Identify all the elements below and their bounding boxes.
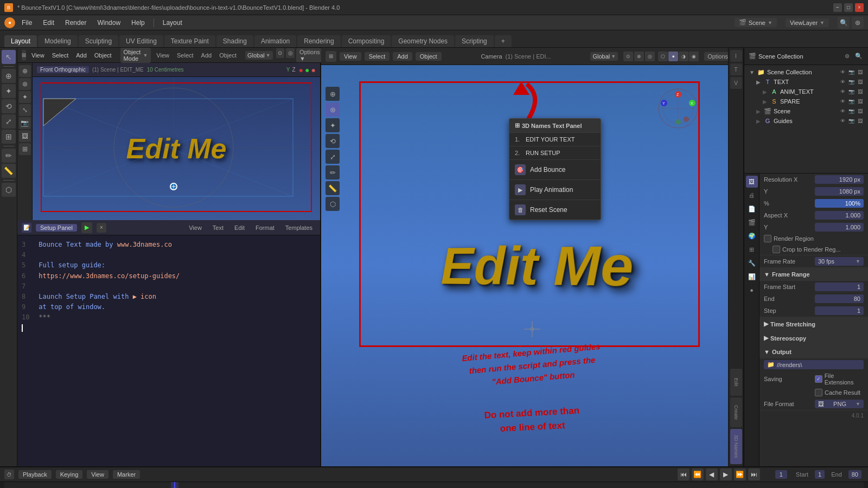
shading-rendered[interactable]: ◉ (689, 52, 699, 61)
timeline-marker-menu[interactable]: Marker (113, 470, 140, 479)
vtool-render[interactable]: 🖼 (19, 130, 31, 142)
vp-3dnames-icon[interactable]: 3D Names (730, 429, 742, 464)
vtool-move2[interactable]: ✦ (19, 91, 31, 103)
left-3d-viewport[interactable]: Front Orthographic (1) Scene | EDIT_ME 1… (33, 63, 320, 220)
minimize-button[interactable]: − (833, 3, 842, 12)
sc-scene-vis-eye[interactable]: 👁 (839, 107, 846, 115)
vp-item-icon[interactable]: I (730, 50, 742, 62)
tab-modeling[interactable]: Modeling (38, 35, 78, 47)
left-select-btn[interactable]: Select (175, 51, 196, 60)
next-frame-button[interactable]: ⏩ (734, 468, 746, 480)
sc-guides-item[interactable]: ▶ G Guides 👁 📷 🖼 (746, 116, 866, 126)
cache-result-checkbox[interactable] (815, 389, 822, 396)
proportional-edit-btn[interactable]: ◎ (286, 48, 295, 58)
center-proportional-btn[interactable]: ◎ (645, 52, 655, 61)
sc-root-item[interactable]: ▼ 📁 Scene Collection 👁 📷 🖼 (746, 67, 866, 77)
menu-item-window[interactable]: Window (93, 18, 125, 28)
sc-guides-vis-eye[interactable]: 👁 (839, 117, 846, 125)
menu-item-help[interactable]: Help (127, 18, 149, 28)
frame-start-value[interactable]: 1 (815, 282, 864, 291)
scene-selector[interactable]: 🎬Scene▼ (735, 18, 777, 27)
tool-add-cube[interactable]: ⬡ (2, 183, 16, 197)
cv-tool-compass[interactable]: ⊕ (326, 87, 340, 101)
file-extensions-checkbox[interactable]: ✓ (815, 375, 822, 383)
sc-text-vis-eye[interactable]: 👁 (839, 78, 846, 86)
sc-spare-vis-camera[interactable]: 📷 (847, 98, 855, 105)
jump-end-button[interactable]: ⏭ (748, 468, 760, 480)
names-item-run-setup[interactable]: 2. RUN SETUP (509, 146, 601, 159)
play-animation-action[interactable]: ▶ Play Animation (509, 179, 601, 200)
tool-measure[interactable]: 📏 (2, 164, 16, 178)
left-add-btn[interactable]: Add (199, 51, 214, 60)
tab-compositing[interactable]: Compositing (342, 35, 391, 47)
props-tab-world[interactable]: 🌍 (746, 230, 758, 242)
current-frame-badge[interactable]: 1 (775, 470, 787, 479)
props-tab-modifier[interactable]: 🔧 (746, 257, 758, 269)
cv-tool-move[interactable]: ✦ (326, 118, 340, 132)
cv-tool-rotate[interactable]: ⟲ (326, 134, 340, 148)
tab-shading[interactable]: Shading (216, 35, 253, 47)
sc-scene-item[interactable]: ▶ 🎬 Scene 👁 📷 🖼 (746, 106, 866, 116)
time-stretching-header[interactable]: ▶ Time Stretching (760, 317, 868, 331)
text-menu-templates[interactable]: Templates (282, 224, 316, 232)
search-button[interactable]: 🔍 (838, 17, 850, 29)
left-add-menu[interactable]: Add (74, 52, 89, 59)
text-menu-edit[interactable]: Edit (231, 224, 248, 232)
props-tab-object[interactable]: ⊞ (746, 243, 758, 255)
cv-tool-measure[interactable]: 📏 (326, 181, 340, 195)
text-menu-format[interactable]: Format (252, 224, 278, 232)
tab-geometry-nodes[interactable]: Geometry Nodes (392, 35, 454, 47)
timeline-keying-menu[interactable]: Keying (56, 470, 83, 479)
tab-rendering[interactable]: Rendering (297, 35, 340, 47)
tab-layout[interactable]: Layout (4, 35, 37, 47)
vp-create-icon[interactable]: Create (730, 397, 742, 427)
text-menu-view[interactable]: View (186, 224, 205, 232)
output-header[interactable]: ▼ Output (760, 345, 868, 358)
timeline-view-menu[interactable]: View (87, 470, 108, 479)
vp-edit-icon[interactable]: Edit (730, 369, 742, 396)
tab-add[interactable]: + (495, 35, 512, 47)
orientation-selector-left[interactable]: Global▼ (245, 51, 273, 60)
add-bounce-action[interactable]: 🎯 Add Bounce (509, 159, 601, 179)
tool-scale[interactable]: ⤢ (2, 114, 16, 129)
aspect-x-value[interactable]: 1.000 (815, 211, 864, 220)
tool-annotate[interactable]: ✏ (2, 149, 16, 163)
tab-animation[interactable]: Animation (254, 35, 296, 47)
snap-btn[interactable]: ⊙ (276, 48, 285, 58)
center-editor-type[interactable]: ⊞ (326, 51, 336, 62)
resolution-pct-value[interactable]: 100% (815, 199, 864, 208)
names-item-edit-text[interactable]: 1. EDIT YOUR TEXT (509, 132, 601, 146)
reset-scene-action[interactable]: 🗑 Reset Scene (509, 200, 601, 220)
sc-root-vis-render[interactable]: 🖼 (856, 68, 864, 76)
sc-text-vis-camera[interactable]: 📷 (847, 78, 855, 86)
tab-texture-paint[interactable]: Texture Paint (164, 35, 215, 47)
vtool-compass[interactable]: ⊕ (19, 65, 31, 77)
cv-tool-scale[interactable]: ⤢ (326, 150, 340, 164)
text-editor-content[interactable]: 3 Bounce Text made by www.3dnames.co 4 5… (17, 235, 320, 338)
start-frame-input[interactable]: 1 (815, 470, 825, 479)
center-viewport[interactable]: ⊞ View Select Add Object Camera (1) Scen… (321, 48, 743, 466)
center-gizmo-btn[interactable]: ⊙ (623, 52, 633, 61)
filter-button[interactable]: ⊛ (852, 17, 864, 29)
sc-root-vis-eye[interactable]: 👁 (839, 68, 846, 76)
center-orientation[interactable]: Global▼ (590, 52, 618, 61)
menu-item-file[interactable]: File (17, 18, 36, 28)
scene-collection-search[interactable]: 🔍 (854, 52, 864, 61)
sc-guides-vis-render[interactable]: 🖼 (856, 117, 864, 125)
text-close-panel[interactable]: × (97, 223, 106, 233)
left-mode-selector[interactable]: Object Mode▼ (120, 48, 151, 63)
frame-rate-dropdown[interactable]: 30 fps ▼ (815, 257, 864, 266)
vtool-gizmo[interactable]: ⊛ (19, 78, 31, 90)
close-button[interactable]: × (855, 3, 864, 12)
vp-view-icon[interactable]: V (730, 77, 742, 89)
tab-uv-editing[interactable]: UV Editing (119, 35, 163, 47)
scene-collection-filter[interactable]: ⊛ (842, 52, 852, 61)
cv-tool-annotate[interactable]: ✏ (326, 165, 340, 179)
props-tab-output[interactable]: 🖨 (746, 189, 758, 201)
render-region-checkbox[interactable] (764, 235, 771, 242)
tool-select[interactable]: ↖ (2, 50, 16, 64)
timeline-ruler[interactable]: -25 -20 -15 -10 -5 0 5 10 15 20 25 30 35… (0, 482, 868, 488)
resolution-y-value[interactable]: 1080 px (815, 187, 864, 196)
props-tab-scene[interactable]: 🎬 (746, 216, 758, 228)
center-add-menu[interactable]: Add (393, 52, 412, 61)
